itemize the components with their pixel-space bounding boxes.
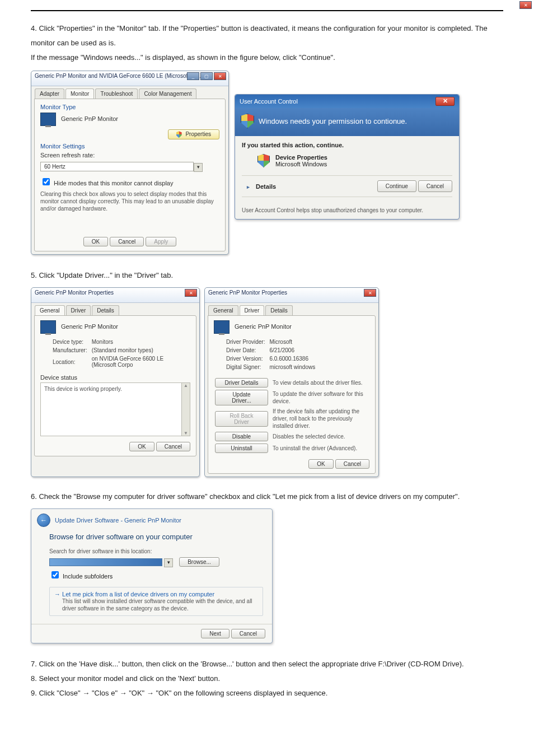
apply-button[interactable]: Apply (146, 237, 176, 246)
update-driver-wizard: ✕ ← Update Driver Software - Generic PnP… (31, 508, 273, 643)
uac-device-properties: Device Properties (275, 154, 327, 161)
uninstall-desc: To uninstall the driver (Advanced). (273, 443, 368, 454)
close-icon[interactable]: ✕ (435, 97, 455, 106)
chevron-down-icon[interactable] (244, 183, 251, 190)
ok-button[interactable]: OK (308, 459, 333, 469)
tab-details[interactable]: Details (92, 305, 119, 315)
uninstall-button[interactable]: Uninstall (215, 444, 268, 453)
monitor-type-value: Generic PnP Monitor (61, 115, 118, 122)
continue-button[interactable]: Continue (377, 180, 416, 192)
device-type-label: Device type: (53, 338, 91, 346)
scroll-up-icon[interactable]: ▲ (184, 383, 188, 388)
device-heading: Generic PnP Monitor (61, 323, 118, 330)
tab-adapter[interactable]: Adapter (35, 88, 64, 99)
chevron-down-icon[interactable]: ▾ (164, 558, 173, 567)
disable-desc: Disables the selected device. (273, 431, 368, 442)
include-subfolders-label: Include subfolders (63, 573, 113, 580)
maximize-icon[interactable]: ▢ (200, 72, 213, 80)
minimize-icon[interactable]: _ (187, 72, 199, 80)
refresh-rate-select[interactable]: 60 Hertz (40, 162, 194, 171)
let-me-pick-title: Let me pick from a list of device driver… (62, 591, 214, 598)
manufacturer-value: (Standard monitor types) (92, 347, 189, 354)
monitor-type-group: Monitor Type (40, 104, 219, 110)
driver-provider-label: Driver Provider: (226, 338, 268, 346)
uac-title: User Account Control (240, 98, 298, 105)
uac-publisher: Microsoft Windows (275, 161, 327, 167)
cancel-button[interactable]: Cancel (418, 180, 452, 192)
dialog-title: Generic PnP Monitor Properties (205, 288, 378, 303)
close-icon[interactable]: ✕ (214, 72, 226, 80)
monitor-icon (40, 113, 56, 126)
driver-details-button[interactable]: Driver Details (215, 378, 268, 388)
hide-modes-checkbox[interactable] (43, 178, 50, 185)
digital-signer-label: Digital Signer: (226, 363, 268, 371)
uac-dialog: User Account Control ✕ Windows needs you… (235, 94, 460, 220)
uac-band-text: Windows needs your permission to contion… (259, 117, 407, 125)
device-status-text: This device is working properly. (44, 386, 122, 392)
location-value: on NVIDIA GeForce 6600 LE (Microsoft Cor… (92, 355, 189, 368)
cancel-button[interactable]: Cancel (335, 459, 369, 469)
step5-text: 5. Click "Update Driver..." in the "Driv… (31, 268, 503, 283)
tab-driver[interactable]: Driver (66, 305, 91, 315)
step8-text: 8. Select your monitor model and click o… (31, 671, 503, 686)
tab-details[interactable]: Details (265, 305, 293, 315)
driver-version-label: Driver Version: (226, 355, 268, 362)
wizard-heading: Browse for driver software on your compu… (49, 533, 263, 541)
location-label: Location: (53, 355, 91, 368)
tab-monitor[interactable]: Monitor (65, 88, 94, 99)
driver-date-value: 6/21/2006 (269, 347, 318, 354)
device-heading: Generic PnP Monitor (235, 323, 292, 330)
properties-button[interactable]: Properties (168, 129, 219, 139)
step9-text: 9. Click "Close" → "Clos e" → "OK" → "OK… (31, 686, 503, 701)
back-button[interactable]: ← (37, 514, 50, 527)
rollback-driver-desc: If the device fails after updating the d… (273, 407, 368, 430)
update-driver-button[interactable]: Update Driver... (215, 390, 268, 405)
manufacturer-label: Manufacturer: (53, 347, 91, 354)
disable-button[interactable]: Disable (215, 432, 268, 441)
cancel-button[interactable]: Cancel (231, 629, 265, 638)
step6-text: 6. Check the "Browse my computer for dri… (31, 489, 503, 504)
properties-button-label: Properties (185, 131, 211, 137)
tab-troubleshoot[interactable]: Troubleshoot (95, 88, 138, 99)
ok-button[interactable]: OK (83, 237, 108, 246)
include-subfolders-checkbox[interactable] (51, 571, 59, 578)
step4-line2: If the message "Windows needs..." is dis… (31, 50, 503, 65)
chevron-down-icon[interactable]: ▾ (194, 163, 203, 172)
step7-text: 7. Click on the 'Have disk...' button, t… (31, 657, 503, 671)
driver-date-label: Driver Date: (226, 347, 268, 354)
wizard-title: Update Driver Software - Generic PnP Mon… (55, 517, 181, 524)
close-icon[interactable]: ✕ (519, 1, 532, 9)
tab-color-management[interactable]: Color Management (139, 88, 196, 99)
window-controls: _ ▢ ✕ (187, 72, 226, 80)
uac-details-toggle[interactable]: Details (256, 183, 276, 190)
tab-general[interactable]: General (35, 305, 65, 315)
step4-line1: 4. Click "Properties" in the "Monitor" t… (31, 21, 503, 50)
hide-modes-label: Hide modes that this monitor cannot disp… (54, 180, 173, 186)
update-driver-desc: To update the driver software for this d… (273, 389, 368, 406)
close-icon[interactable]: ✕ (364, 289, 376, 297)
browse-button[interactable]: Browse... (179, 557, 219, 567)
shield-icon (241, 114, 254, 128)
next-button[interactable]: Next (201, 629, 229, 638)
location-input[interactable] (49, 558, 162, 566)
driver-provider-value: Microsoft (269, 338, 318, 346)
close-icon[interactable]: ✕ (185, 289, 197, 297)
cancel-button[interactable]: Cancel (110, 237, 144, 246)
monitor-icon (40, 320, 56, 334)
tab-driver[interactable]: Driver (240, 305, 265, 315)
device-type-value: Monitors (92, 338, 189, 346)
monitor-icon (214, 320, 229, 334)
monitor-dialog: Generic PnP Monitor and NVIDIA GeForce 6… (31, 71, 229, 255)
ok-button[interactable]: OK (129, 442, 154, 451)
hide-modes-description: Clearing this check box allows you to se… (40, 190, 219, 212)
scroll-down-icon[interactable]: ▼ (184, 431, 188, 436)
shield-icon (176, 131, 182, 138)
rollback-driver-button: Roll Back Driver (215, 411, 268, 427)
driver-version-value: 6.0.6000.16386 (269, 355, 318, 362)
properties-general-dialog: Generic PnP Monitor Properties ✕ General… (31, 287, 200, 477)
tab-general[interactable]: General (208, 305, 238, 315)
shield-icon (257, 154, 270, 167)
properties-driver-dialog: Generic PnP Monitor Properties ✕ General… (204, 287, 379, 477)
cancel-button[interactable]: Cancel (156, 442, 190, 451)
let-me-pick-option[interactable]: → Let me pick from a list of device driv… (49, 587, 263, 616)
